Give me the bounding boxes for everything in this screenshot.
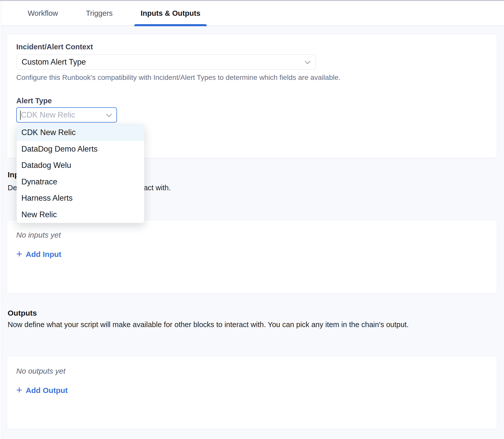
chevron-down-icon xyxy=(106,111,112,117)
incident-alert-context-select[interactable]: Custom Alert Type xyxy=(16,54,316,70)
dropdown-option-cdk-new-relic[interactable]: CDK New Relic xyxy=(17,124,144,141)
outputs-card: No outputs yet + Add Output xyxy=(7,356,497,429)
tab-workflow[interactable]: Workflow xyxy=(21,1,64,26)
dropdown-option-harness-alerts[interactable]: Harness Alerts xyxy=(17,190,144,207)
text-cursor xyxy=(20,111,21,120)
add-output-button[interactable]: + Add Output xyxy=(16,385,68,396)
alert-type-dropdown: CDK New Relic DataDog Demo Alerts Datado… xyxy=(17,124,144,223)
plus-icon: + xyxy=(16,385,22,395)
outputs-title: Outputs xyxy=(8,309,497,318)
dropdown-option-datadog-welu[interactable]: Datadog Welu xyxy=(17,157,144,174)
tab-triggers[interactable]: Triggers xyxy=(80,1,119,26)
alert-type-combobox[interactable] xyxy=(16,107,117,123)
add-input-button[interactable]: + Add Input xyxy=(16,249,61,260)
outputs-section-header: Outputs Now define what your script will… xyxy=(7,309,497,329)
tab-bar: Workflow Triggers Inputs & Outputs xyxy=(0,1,504,26)
dropdown-option-datadog-demo-alerts[interactable]: DataDog Demo Alerts xyxy=(17,141,144,157)
outputs-description: Now define what your script will make av… xyxy=(8,320,497,329)
page-content: Incident/Alert Context Custom Alert Type… xyxy=(0,34,504,429)
context-helper-text: Configure this Runbook's compatibility w… xyxy=(16,73,488,82)
chevron-down-icon xyxy=(305,58,311,64)
selected-context-value: Custom Alert Type xyxy=(22,57,305,67)
incident-alert-context-label: Incident/Alert Context xyxy=(16,42,488,51)
tab-inputs-outputs[interactable]: Inputs & Outputs xyxy=(134,1,207,26)
plus-icon: + xyxy=(16,249,22,259)
alert-type-input[interactable] xyxy=(21,110,106,120)
inputs-card: No inputs yet + Add Input xyxy=(7,220,497,294)
dropdown-option-new-relic[interactable]: New Relic xyxy=(17,207,144,223)
no-outputs-text: No outputs yet xyxy=(16,367,488,376)
alert-context-card: Incident/Alert Context Custom Alert Type… xyxy=(7,34,497,158)
dropdown-option-dynatrace[interactable]: Dynatrace xyxy=(17,174,144,190)
no-inputs-text: No inputs yet xyxy=(16,230,488,240)
alert-type-label: Alert Type xyxy=(16,96,488,105)
add-output-label: Add Output xyxy=(26,385,68,396)
add-input-label: Add Input xyxy=(26,249,61,260)
alert-type-combobox-wrapper: CDK New Relic DataDog Demo Alerts Datado… xyxy=(16,107,117,123)
left-panel-edge xyxy=(0,1,2,439)
